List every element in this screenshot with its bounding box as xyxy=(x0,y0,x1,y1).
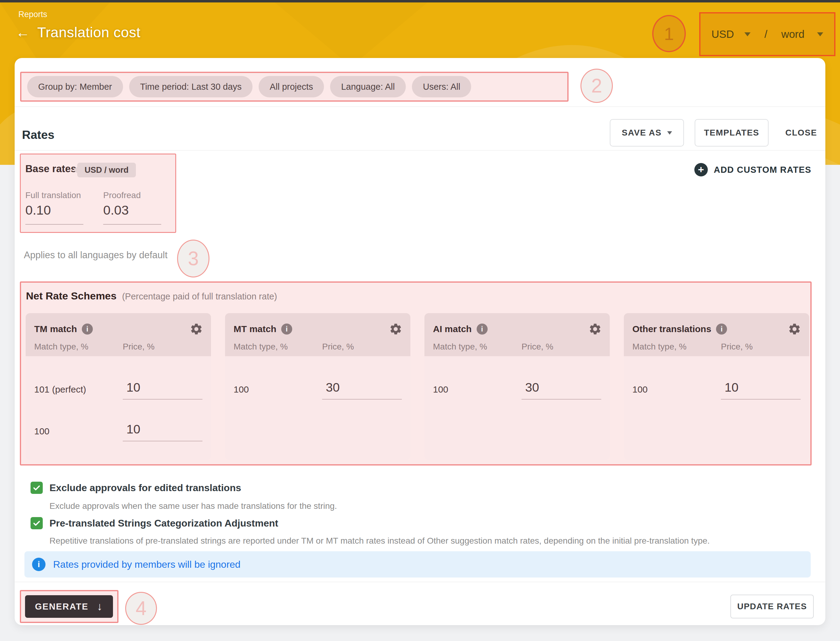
save-as-caret-icon xyxy=(667,131,672,135)
match-type-column-header: Match type, % xyxy=(234,342,288,352)
price-input[interactable]: 10 xyxy=(123,380,202,399)
generate-button[interactable]: GENERATE ↓ xyxy=(25,595,113,618)
info-icon[interactable]: i xyxy=(716,324,727,335)
match-type-column-header: Match type, % xyxy=(34,342,88,352)
base-rates-title: Base rates xyxy=(25,163,76,175)
currency-caret-icon[interactable] xyxy=(745,32,751,36)
exclude-approvals-description: Exclude approvals when the same user has… xyxy=(50,501,337,511)
scheme-card-title: AI match xyxy=(433,324,472,334)
save-as-button[interactable]: SAVE AS xyxy=(610,119,684,147)
unit-caret-icon[interactable] xyxy=(817,32,823,36)
filters-annotation-box: Group by: MemberTime period: Last 30 day… xyxy=(20,72,569,101)
download-arrow-icon: ↓ xyxy=(97,600,103,613)
proofread-label: Proofread xyxy=(103,190,141,200)
scheme-card-title: TM match xyxy=(34,324,77,334)
rate-row: 10010 xyxy=(34,410,202,441)
pretranslated-adjustment-description: Repetitive translations of pre-translate… xyxy=(50,536,709,546)
price-column-header: Price, % xyxy=(522,342,553,352)
annotation-circle-1: 1 xyxy=(652,15,686,52)
plus-icon: + xyxy=(694,163,708,176)
annotation-number: 2 xyxy=(591,74,602,97)
footer-divider xyxy=(15,582,825,582)
input-underline xyxy=(103,224,161,225)
full-translation-label: Full translation xyxy=(25,190,81,200)
unit-select[interactable]: word xyxy=(781,28,805,40)
match-type-value: 100 xyxy=(632,384,648,395)
page-title: Translation cost xyxy=(37,24,140,40)
rate-row: 10010 xyxy=(632,369,801,399)
net-rate-schemes-annotation-box: Net Rate Schemes (Percentage paid of ful… xyxy=(20,282,812,465)
match-type-column-header: Match type, % xyxy=(433,342,487,352)
base-rates-annotation-box: Base rates USD / word Full translation P… xyxy=(20,153,176,233)
info-icon: i xyxy=(32,558,45,571)
filter-chip[interactable]: Users: All xyxy=(412,76,471,97)
price-column-header: Price, % xyxy=(721,342,753,352)
add-custom-rates-button[interactable]: + ADD CUSTOM RATES xyxy=(694,161,811,179)
exclude-approvals-label[interactable]: Exclude approvals for edited translation… xyxy=(50,482,241,494)
unit-selector-annotation-box: USD / word xyxy=(699,12,835,56)
match-type-value: 100 xyxy=(34,426,50,436)
scheme-card-title: Other translations xyxy=(632,324,711,334)
annotation-circle-2: 2 xyxy=(580,69,613,103)
price-input[interactable]: 30 xyxy=(522,380,601,399)
info-icon[interactable]: i xyxy=(477,324,488,335)
info-icon[interactable]: i xyxy=(82,324,93,335)
price-column-header: Price, % xyxy=(123,342,155,352)
add-custom-rates-label: ADD CUSTOM RATES xyxy=(714,165,811,175)
save-as-label: SAVE AS xyxy=(622,128,661,138)
match-type-value: 100 xyxy=(234,384,249,395)
pretranslated-adjustment-label[interactable]: Pre-translated Strings Categorization Ad… xyxy=(50,518,278,529)
annotation-number: 1 xyxy=(664,24,674,44)
generate-annotation-box: GENERATE ↓ xyxy=(20,590,118,623)
pretranslated-adjustment-checkbox[interactable] xyxy=(31,517,43,529)
annotation-circle-4: 4 xyxy=(125,592,157,625)
window-top-strip xyxy=(0,0,840,2)
templates-button[interactable]: TEMPLATES xyxy=(695,119,769,147)
match-type-value: 100 xyxy=(433,384,448,395)
scheme-card-mt-match: MT matchiMatch type, %Price, %10030 xyxy=(225,313,410,460)
price-input[interactable]: 10 xyxy=(721,380,801,399)
info-banner: i Rates provided by members will be igno… xyxy=(24,551,811,578)
back-arrow-icon[interactable]: ← xyxy=(16,25,30,39)
full-translation-input[interactable]: 0.10 xyxy=(25,203,51,217)
filter-chip[interactable]: Group by: Member xyxy=(27,76,123,97)
price-input[interactable]: 10 xyxy=(123,422,202,441)
rate-row: 101 (perfect)10 xyxy=(34,369,202,399)
templates-label: TEMPLATES xyxy=(704,128,759,138)
proofread-input[interactable]: 0.03 xyxy=(103,203,129,217)
net-rate-schemes-title: Net Rate Schemes xyxy=(26,290,117,302)
info-banner-text: Rates provided by members will be ignore… xyxy=(53,559,240,570)
gear-icon[interactable] xyxy=(588,322,602,336)
annotation-circle-3: 3 xyxy=(177,240,210,277)
gear-icon[interactable] xyxy=(788,322,801,336)
scheme-card-tm-match: TM matchiMatch type, %Price, %101 (perfe… xyxy=(26,313,211,460)
input-underline xyxy=(25,224,83,225)
info-icon[interactable]: i xyxy=(281,324,292,335)
scheme-card-ai-match: AI matchiMatch type, %Price, %10030 xyxy=(424,313,610,460)
breadcrumb[interactable]: Reports xyxy=(18,10,47,19)
rate-row: 10030 xyxy=(433,369,601,399)
report-settings-card: Group by: MemberTime period: Last 30 day… xyxy=(15,58,825,625)
price-column-header: Price, % xyxy=(322,342,354,352)
price-input[interactable]: 30 xyxy=(322,380,402,399)
base-rates-unit-badge: USD / word xyxy=(77,163,136,177)
scheme-card-other-translations: Other translationsiMatch type, %Price, %… xyxy=(624,313,809,460)
update-rates-button[interactable]: UPDATE RATES xyxy=(730,594,814,618)
close-button[interactable]: CLOSE xyxy=(786,119,816,147)
match-type-value: 101 (perfect) xyxy=(34,384,86,395)
net-rate-schemes-subtitle: (Percentage paid of full translation rat… xyxy=(122,292,277,301)
filter-chip[interactable]: Language: All xyxy=(330,76,406,97)
scheme-card-title: MT match xyxy=(234,324,276,334)
annotation-number: 3 xyxy=(188,247,199,270)
exclude-approvals-checkbox[interactable] xyxy=(31,482,43,494)
gear-icon[interactable] xyxy=(190,322,203,336)
currency-select[interactable]: USD xyxy=(711,28,734,40)
rate-row: 10030 xyxy=(234,369,402,399)
unit-separator: / xyxy=(764,28,767,40)
filter-chip[interactable]: Time period: Last 30 days xyxy=(129,76,253,97)
filter-chip[interactable]: All projects xyxy=(259,76,324,97)
match-type-column-header: Match type, % xyxy=(632,342,687,352)
rates-section-title: Rates xyxy=(22,128,54,142)
annotation-number: 4 xyxy=(135,597,147,620)
gear-icon[interactable] xyxy=(389,322,402,336)
